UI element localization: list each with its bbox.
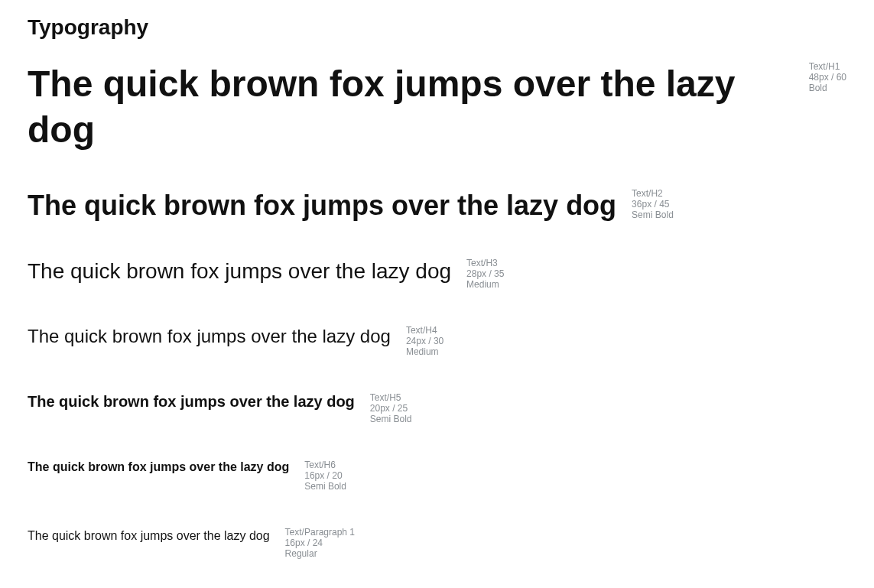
meta-size: 24px / 30 [406,336,443,346]
sample-p1: The quick brown fox jumps over the lazy … [28,527,270,545]
meta-name: Text/H4 [406,325,443,336]
meta-h4: Text/H4 24px / 30 Medium [406,325,443,357]
type-row-p1: The quick brown fox jumps over the lazy … [28,527,846,559]
meta-weight: Bold [809,83,846,93]
meta-p1: Text/Paragraph 1 16px / 24 Regular [285,527,355,559]
sample-h3: The quick brown fox jumps over the lazy … [28,258,451,284]
meta-h3: Text/H3 28px / 35 Medium [466,258,504,290]
meta-weight: Semi Bold [370,414,412,424]
sample-h6: The quick brown fox jumps over the lazy … [28,460,289,475]
meta-name: Text/H3 [466,258,504,268]
meta-size: 20px / 25 [370,403,412,414]
meta-h2: Text/H2 36px / 45 Semi Bold [632,188,674,220]
meta-weight: Medium [406,346,443,357]
sample-h2: The quick brown fox jumps over the lazy … [28,188,616,223]
meta-size: 16px / 24 [285,538,355,548]
meta-name: Text/H5 [370,392,412,403]
sample-h5: The quick brown fox jumps over the lazy … [28,392,355,411]
type-row-h6: The quick brown fox jumps over the lazy … [28,460,846,492]
type-row-h3: The quick brown fox jumps over the lazy … [28,258,846,290]
meta-name: Text/Paragraph 1 [285,527,355,538]
sample-h1: The quick brown fox jumps over the lazy … [28,61,794,153]
sample-h4: The quick brown fox jumps over the lazy … [28,325,391,348]
meta-size: 28px / 35 [466,268,504,279]
type-row-h4: The quick brown fox jumps over the lazy … [28,325,846,357]
meta-h1: Text/H1 48px / 60 Bold [809,61,846,93]
meta-h6: Text/H6 16px / 20 Semi Bold [304,460,346,492]
meta-weight: Semi Bold [632,210,674,220]
meta-weight: Medium [466,279,504,290]
meta-name: Text/H6 [304,460,346,470]
page-title: Typography [28,14,846,41]
type-row-h5: The quick brown fox jumps over the lazy … [28,392,846,424]
meta-size: 16px / 20 [304,470,346,481]
typography-spec-page: Typography The quick brown fox jumps ove… [0,0,874,588]
meta-size: 36px / 45 [632,199,674,210]
type-row-h1: The quick brown fox jumps over the lazy … [28,61,846,153]
type-row-h2: The quick brown fox jumps over the lazy … [28,188,846,223]
meta-size: 48px / 60 [809,72,846,83]
meta-h5: Text/H5 20px / 25 Semi Bold [370,392,412,424]
meta-name: Text/H1 [809,61,846,72]
meta-weight: Semi Bold [304,481,346,492]
meta-weight: Regular [285,548,355,559]
meta-name: Text/H2 [632,188,674,199]
